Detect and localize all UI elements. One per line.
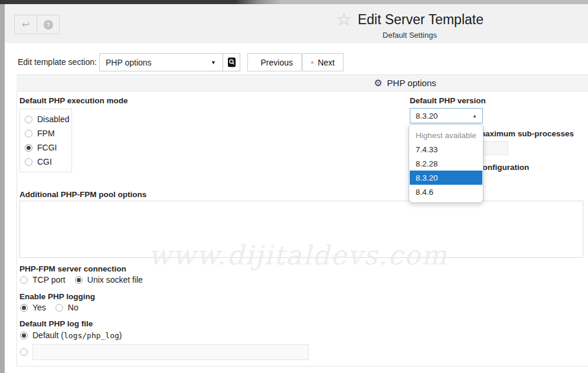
log-file-label: Default PHP log file	[19, 319, 93, 328]
radio-label: TCP port	[32, 275, 66, 284]
radio-option-unix-socket[interactable]: Unix socket file	[75, 275, 143, 284]
radio-option-yes[interactable]: Yes	[20, 303, 46, 312]
dropdown-option-846[interactable]: 8.4.6	[409, 185, 483, 199]
pool-options-textarea[interactable]	[19, 201, 583, 258]
radio-option-cgi[interactable]: CGI	[25, 157, 71, 166]
php-logging-label: Enable PHP logging	[19, 292, 95, 301]
radio-label: Yes	[32, 303, 46, 312]
top-window-bar	[0, 0, 588, 4]
radio-button[interactable]	[20, 332, 28, 339]
page: ↩ ? ☆ Edit Server Template Default Setti…	[0, 0, 588, 373]
php-version-dropdown: Highest available 7.4.33 8.2.28 8.3.20 8…	[409, 124, 484, 203]
radio-button[interactable]	[25, 130, 32, 138]
radio-label: Unix socket file	[87, 275, 143, 284]
header-nav-buttons: ↩ ?	[14, 15, 60, 34]
radio-button[interactable]	[75, 276, 83, 284]
fpm-connection-radio-group: TCP port Unix socket file	[20, 275, 143, 284]
next-button-label: Next	[318, 58, 335, 67]
section-header-band	[17, 74, 588, 91]
page-header: ↩ ? ☆ Edit Server Template Default Setti…	[5, 4, 588, 43]
radio-label: FPM	[37, 129, 55, 138]
radio-label: No	[68, 303, 79, 312]
section-title: PHP options	[387, 78, 436, 88]
dropdown-option-highest[interactable]: Highest available	[409, 128, 483, 142]
preview-section-button[interactable]	[223, 53, 240, 71]
php-version-label: Default PHP version	[410, 96, 486, 105]
log-file-default-suffix: )	[119, 331, 122, 340]
radio-option-disabled[interactable]: Disabled	[25, 114, 71, 124]
collapsed-sidebar-strip[interactable]	[0, 4, 5, 373]
help-button[interactable]: ?	[37, 15, 60, 34]
php-version-select[interactable]: 8.3.20 ▲	[410, 108, 483, 123]
max-subprocesses-label-fragment: maximum sub-processes	[478, 129, 574, 138]
back-arrow-icon: ↩	[22, 19, 30, 30]
next-button[interactable]: Next	[302, 53, 344, 71]
document-magnifier-icon	[227, 57, 236, 67]
exec-mode-label: Default PHP execution mode	[19, 96, 128, 105]
log-file-custom-radio[interactable]	[20, 348, 28, 356]
log-file-default-option[interactable]: Default (logs/php_log)	[20, 331, 122, 340]
radio-option-no[interactable]: No	[55, 303, 79, 312]
page-subtitle: Default Settings	[292, 31, 528, 40]
previous-button[interactable]: Previous	[247, 53, 302, 71]
back-button[interactable]: ↩	[14, 15, 37, 34]
section-header: ⚙ PHP options	[331, 74, 479, 91]
radio-label: CGI	[37, 157, 52, 166]
page-title: Edit Server Template	[358, 12, 484, 28]
dropdown-option-8228[interactable]: 8.2.28	[409, 156, 483, 171]
exec-mode-radio-group: Disabled FPM FCGI CGI	[19, 109, 72, 172]
pool-options-label: Additional PHP-FPM pool options	[19, 190, 146, 199]
arrow-left-circle-icon	[256, 58, 257, 67]
radio-option-fpm[interactable]: FPM	[25, 129, 71, 138]
radio-button[interactable]	[55, 304, 63, 312]
log-file-default-prefix: Default (	[32, 331, 64, 340]
radio-option-tcp-port[interactable]: TCP port	[20, 275, 66, 284]
fpm-connection-label: PHP-FPM server connection	[19, 264, 126, 273]
radio-button[interactable]	[25, 116, 32, 123]
template-section-select-value: PHP options	[106, 58, 152, 67]
php-version-select-value: 8.3.20	[416, 112, 438, 120]
radio-button[interactable]	[25, 158, 32, 166]
log-file-custom-input[interactable]	[32, 344, 309, 360]
title-row: ☆ Edit Server Template	[292, 11, 528, 28]
gear-icon: ⚙	[374, 78, 382, 88]
radio-label: Disabled	[37, 114, 69, 124]
radio-button[interactable]	[20, 276, 28, 284]
radio-button[interactable]	[20, 304, 28, 312]
arrow-right-circle-icon	[311, 58, 313, 67]
template-section-label: Edit template section:	[18, 53, 97, 71]
favorite-star-icon[interactable]: ☆	[336, 11, 352, 28]
php-logging-radio-group: Yes No	[20, 303, 79, 312]
caret-down-icon: ▼	[211, 60, 216, 66]
configuration-label-fragment: configuration	[478, 163, 529, 172]
template-section-select[interactable]: PHP options ▼	[99, 53, 223, 71]
radio-button[interactable]	[25, 144, 32, 152]
previous-button-label: Previous	[261, 58, 293, 67]
caret-up-icon: ▲	[472, 113, 477, 119]
log-file-default-path: logs/php_log	[64, 331, 119, 340]
dropdown-option-8320[interactable]: 8.3.20	[410, 171, 482, 185]
radio-label: Default (logs/php_log)	[32, 331, 122, 340]
radio-option-fcgi[interactable]: FCGI	[25, 143, 71, 152]
help-icon: ?	[44, 20, 53, 30]
dropdown-option-7433[interactable]: 7.4.33	[409, 142, 483, 156]
radio-label: FCGI	[37, 143, 57, 152]
